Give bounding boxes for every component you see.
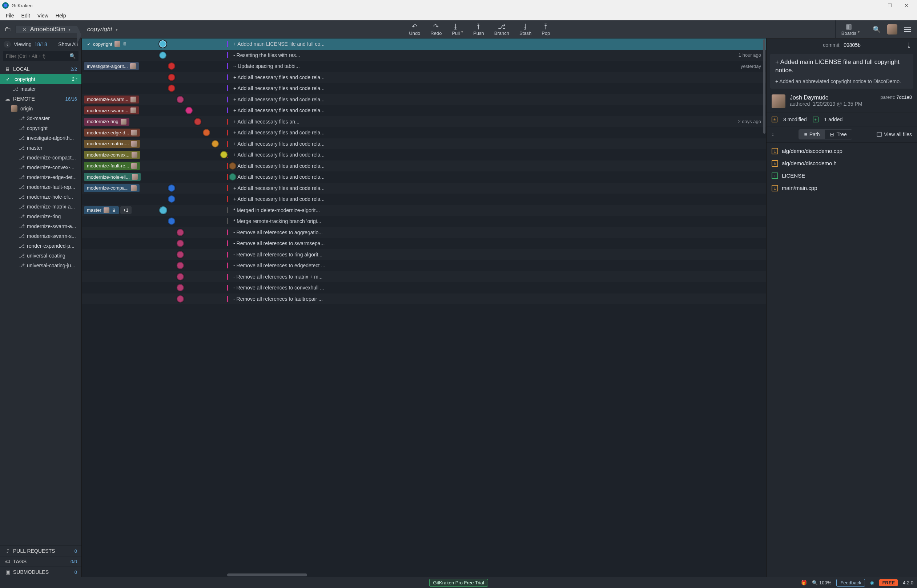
commit-row[interactable]: modernize-edge-d...+ Add all necessary f…	[82, 127, 766, 138]
commit-row[interactable]: - Remove all references to swarmsepa...	[82, 238, 766, 249]
support-icon[interactable]: ◉	[870, 580, 874, 585]
commit-row[interactable]: modernize-fault-re...+ Add all necessary…	[82, 160, 766, 172]
branch-tag[interactable]: modernize-swarm...	[84, 107, 139, 115]
submodules-header[interactable]: ▣ SUBMODULES 0	[0, 567, 81, 577]
changed-file-item[interactable]: ±main/main.cpp	[766, 182, 917, 194]
remote-branch-item[interactable]: ⎇universal-coating-ju...	[0, 260, 81, 270]
commit-node[interactable]	[177, 251, 184, 258]
remote-branch-item[interactable]: ⎇modernize-hole-eli...	[0, 192, 81, 202]
redo-button[interactable]: ↷Redo	[430, 23, 442, 36]
branch-tag[interactable]: +1	[120, 206, 131, 214]
gift-icon[interactable]: 🎁	[801, 580, 807, 585]
remote-branch-item[interactable]: ⎇modernize-swarm-a...	[0, 221, 81, 231]
scrollbar-vertical[interactable]	[763, 39, 766, 573]
push-button[interactable]: ⭱Push	[473, 23, 484, 36]
commit-row[interactable]: * Merge remote-tracking branch 'origi...	[82, 216, 766, 227]
branch-tag[interactable]: master🖥	[84, 206, 119, 214]
branch-crumb[interactable]: copyright ▾	[77, 26, 124, 33]
commit-node[interactable]	[168, 63, 175, 70]
local-section-header[interactable]: 🖥 LOCAL 2/2	[0, 64, 81, 74]
remote-branch-item[interactable]: ⎇render-expanded-p...	[0, 241, 81, 250]
remote-section-header[interactable]: ☁ REMOTE 16/16	[0, 94, 81, 104]
commit-row[interactable]: modernize-swarm...+ Add all necessary fi…	[82, 94, 766, 105]
commit-sha[interactable]: 09805b	[844, 42, 861, 48]
menu-help[interactable]: Help	[52, 12, 70, 19]
chevron-down-icon[interactable]: ▾	[858, 30, 860, 34]
commit-node[interactable]	[177, 284, 184, 291]
undo-button[interactable]: ↶Undo	[409, 23, 420, 36]
commit-row[interactable]: modernize-hole-eli...+ Add all necessary…	[82, 171, 766, 183]
changed-file-item[interactable]: +LICENSE	[766, 170, 917, 182]
remote-branch-item[interactable]: ⎇modernize-matrix-a...	[0, 202, 81, 212]
chevron-down-icon[interactable]: ▾	[461, 30, 463, 34]
trial-badge[interactable]: GitKraken Pro Free Trial	[429, 579, 488, 586]
branch-tag[interactable]: modernize-convex...	[84, 151, 140, 159]
settings-menu-button[interactable]	[904, 27, 911, 32]
commit-row[interactable]: - Remove all references to ring algorit.…	[82, 249, 766, 260]
remote-branch-item[interactable]: ⎇modernize-fault-rep...	[0, 182, 81, 192]
commit-node[interactable]	[177, 295, 184, 302]
menu-view[interactable]: View	[34, 12, 52, 19]
commit-node[interactable]	[168, 218, 175, 225]
tags-header[interactable]: 🏷 TAGS 0/0	[0, 556, 81, 567]
remote-branch-item[interactable]: ⎇modernize-edge-det...	[0, 172, 81, 182]
commit-node[interactable]	[177, 240, 184, 247]
remote-branch-item[interactable]: ⎇universal-coating	[0, 250, 81, 260]
commit-row[interactable]: investigate-algorit...~ Update spacing a…	[82, 61, 766, 72]
commit-row[interactable]: modernize-convex...+ Add all necessary f…	[82, 149, 766, 160]
branch-tag[interactable]: modernize-fault-re...	[84, 162, 140, 170]
parent-commit[interactable]: parent: 7dc1e8	[880, 94, 912, 100]
commit-node[interactable]	[177, 262, 184, 269]
commit-row[interactable]: - Resetting the files with res...1 hour …	[82, 50, 766, 61]
commit-row[interactable]: - Remove all references to aggregatio...	[82, 227, 766, 238]
branch-tag[interactable]: modernize-compa...	[84, 184, 139, 192]
commit-node[interactable]	[168, 74, 175, 81]
commit-node[interactable]	[177, 96, 184, 103]
branch-tag[interactable]: investigate-algorit...	[84, 62, 139, 70]
commit-row[interactable]: modernize-ring+ Add all necessary files …	[82, 116, 766, 128]
branch-button[interactable]: ⎇Branch	[494, 23, 509, 36]
commit-node[interactable]	[194, 118, 201, 125]
window-maximize-button[interactable]: ☐	[881, 0, 898, 11]
remote-branch-item[interactable]: ⎇3d-master	[0, 113, 81, 123]
commit-node[interactable]	[177, 273, 184, 280]
window-minimize-button[interactable]: —	[865, 0, 881, 11]
remote-origin[interactable]: origin	[0, 104, 81, 113]
commit-row[interactable]: modernize-compa...+ Add all necessary fi…	[82, 183, 766, 194]
sort-button[interactable]: ↕	[772, 131, 774, 137]
open-repo-button[interactable]: 🗀	[0, 26, 16, 33]
commit-node[interactable]	[168, 184, 175, 192]
branch-tag[interactable]: modernize-ring	[84, 118, 130, 126]
commit-row[interactable]: - Remove all references to edgedetect ..…	[82, 260, 766, 271]
remote-branch-item[interactable]: ⎇modernize-convex-...	[0, 162, 81, 172]
local-branch-item[interactable]: ⎇master	[0, 84, 81, 94]
commit-node[interactable]	[203, 129, 210, 136]
commit-node[interactable]	[212, 140, 219, 147]
commit-row[interactable]: + Add all necessary files and code rela.…	[82, 194, 766, 205]
commit-row[interactable]: - Remove all references to convexhull ..…	[82, 282, 766, 294]
search-button[interactable]: 🔍	[873, 26, 881, 34]
window-close-button[interactable]: ✕	[898, 0, 915, 11]
commit-node[interactable]	[220, 151, 227, 158]
remote-branch-item[interactable]: ⎇master	[0, 143, 81, 153]
zoom-control[interactable]: 🔍 100%	[812, 580, 831, 585]
branch-tag[interactable]: modernize-swarm...	[84, 95, 139, 103]
commit-node[interactable]	[229, 162, 236, 170]
pull-button[interactable]: ⭳Pull	[452, 23, 460, 36]
pop-button[interactable]: ⭱Pop	[541, 23, 550, 36]
commit-node[interactable]	[168, 195, 175, 203]
boards-button[interactable]: ▥Boards	[841, 23, 856, 36]
commit-node[interactable]	[159, 40, 167, 48]
close-tab-icon[interactable]: ×	[23, 26, 26, 33]
branch-tag[interactable]: modernize-matrix-...	[84, 140, 140, 148]
commit-row[interactable]: + Add all necessary files and code rela.…	[82, 83, 766, 94]
changed-file-item[interactable]: ±alg/demo/discodemo.h	[766, 157, 917, 170]
remote-branch-item[interactable]: ⎇modernize-swarm-s...	[0, 231, 81, 241]
commit-node[interactable]	[159, 52, 167, 59]
commit-row[interactable]: - Remove all references to matrix + m...	[82, 271, 766, 283]
menu-file[interactable]: File	[2, 12, 18, 19]
remote-branch-item[interactable]: ⎇modernize-compact...	[0, 153, 81, 162]
stash-button[interactable]: ⭳Stash	[519, 23, 531, 36]
commit-row[interactable]: master🖥+1* Merged in delete-modernize-al…	[82, 205, 766, 216]
commit-row[interactable]: modernize-swarm...+ Add all necessary fi…	[82, 105, 766, 116]
